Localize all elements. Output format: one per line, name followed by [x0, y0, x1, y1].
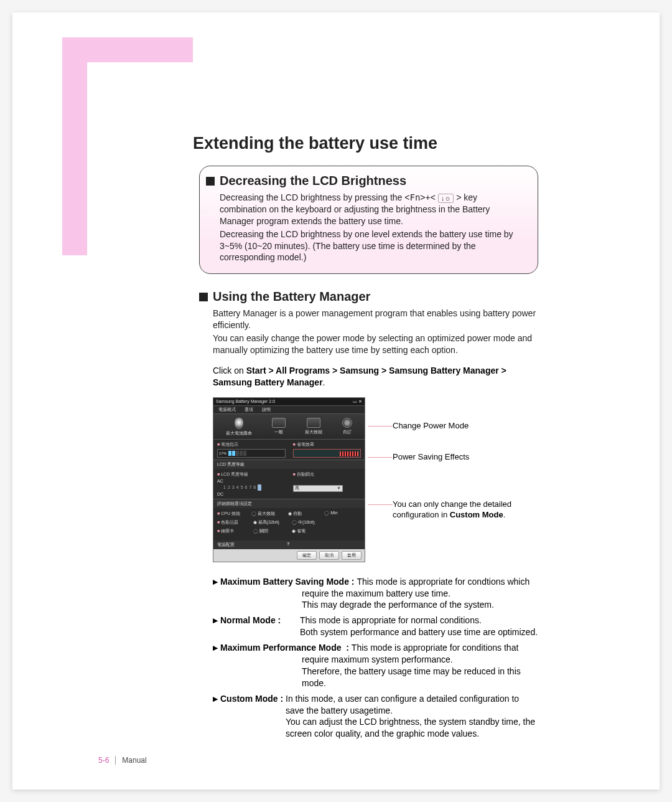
window-controls-icon: ▭ ✕ [353, 399, 362, 404]
lcd-body-text: Decreasing the LCD brightness by pressin… [220, 192, 526, 263]
triangle-bullet-icon: ▶ [213, 615, 218, 638]
mode-max-battery[interactable]: 最大電池壽命 [226, 418, 252, 436]
ac-label: AC [217, 479, 286, 483]
color-row: ■ 色彩品質 最高(32bit) 中(16bit) [217, 519, 361, 526]
cancel-button[interactable]: 取消 [319, 551, 339, 560]
lcd-section-header: LCD 亮度等級 [213, 460, 365, 469]
cpu-row: ■ CPU 效能 最大效能 自動 Min [217, 511, 361, 517]
tab-power-mode[interactable]: 電源模式 [218, 407, 236, 413]
shield-icon [235, 418, 243, 429]
mode-custom-desc: ▶ Custom Mode : In this mode, a user can… [213, 693, 538, 740]
lcd-heading-text: Decreasing the LCD Brightness [220, 174, 406, 188]
chevron-down-icon: ▼ [337, 486, 341, 490]
manual-page: Extending the battery use time Decreasin… [12, 12, 660, 790]
mode-custom[interactable]: 自訂 [342, 418, 352, 436]
mgr-p2: You can easily change the power mode by … [213, 333, 538, 356]
annot-custom-l1: You can only change the detailed [393, 499, 511, 509]
color-opt-32[interactable]: 最高(32bit) [253, 519, 292, 526]
indicator-row: ■ 電池指示 17% ■ 省電效果 [213, 440, 365, 460]
gfx-opt-save[interactable]: 省電 [292, 528, 330, 534]
battery-manager-section: Using the Battery Manager Battery Manage… [199, 290, 538, 740]
page-content: Extending the battery use time Decreasin… [193, 134, 538, 743]
footer-label: Manual [122, 756, 146, 765]
dropdown-value: 高 [295, 485, 299, 491]
annot-custom-l2b: . [503, 510, 506, 519]
laptop-bolt-icon [307, 418, 320, 428]
battery-meter: 17% [217, 449, 286, 458]
mode-normal-desc: ▶ Normal Mode : This mode is appropriate… [213, 615, 538, 638]
cpu-opt-auto[interactable]: 自動 [288, 511, 325, 517]
triangle-bullet-icon: ▶ [213, 576, 218, 611]
lcd-level-label: LCD 亮度等級 [221, 472, 248, 476]
mgr-section-heading: Using the Battery Manager [199, 290, 538, 304]
power-mode-row: 最大電池壽命 一般 最大效能 自訂 [213, 414, 365, 440]
ok-button[interactable]: 確定 [297, 551, 317, 560]
fn-key-text: Fn [409, 192, 420, 202]
cpu-opt-max[interactable]: 最大效能 [251, 511, 288, 517]
square-bullet-icon [206, 177, 215, 186]
decorative-border-left [62, 37, 87, 255]
annot-power-saving: Power Saving Effects [393, 452, 469, 461]
dc-label: DC [217, 492, 286, 496]
detail-settings-panel: 詳細節能選項設定 ■ CPU 效能 最大效能 自動 Min ■ 色彩品質 最高(… [213, 499, 365, 540]
detail-title: 詳細節能選項設定 [213, 499, 365, 508]
cpu-opt-min[interactable]: Min [324, 511, 361, 517]
laptop-icon [272, 418, 286, 428]
app-tabs: 電源模式 選項 說明 [213, 406, 365, 414]
triangle-bullet-icon: ▶ [213, 642, 218, 689]
auto-dim-dropdown[interactable]: 高 ▼ [293, 485, 343, 492]
mgr-instruction: Click on Start > All Programs > Samsung … [213, 365, 538, 389]
lcd-p1a: Decreasing the LCD brightness by pressin… [220, 192, 409, 202]
mgr-body-text: Battery Manager is a power management pr… [213, 308, 538, 356]
gfx-row: ■ 繪圖卡 關閉 省電 [217, 528, 361, 534]
gfx-opt-off[interactable]: 關閉 [253, 528, 292, 534]
slider-thumb-icon [258, 484, 261, 491]
power-saving-meter [293, 449, 362, 458]
lcd-brightness-callout: Decreasing the LCD Brightness Decreasing… [199, 166, 538, 274]
help-icon[interactable]: ? [287, 542, 289, 546]
instr-a: Click on [213, 366, 246, 375]
instr-b: Start > All Programs > Samsung > Samsung… [213, 366, 506, 387]
mode-max-battery-desc: ▶ Maximum Battery Saving Mode : This mod… [213, 576, 538, 611]
tab-help[interactable]: 說明 [262, 407, 271, 413]
mode-descriptions: ▶ Maximum Battery Saving Mode : This mod… [213, 576, 538, 740]
power-saving-label: 省電效果 [297, 442, 314, 446]
page-number: 5-6 [98, 756, 109, 765]
dialog-buttons: 確定 取消 套用 [213, 549, 365, 562]
mgr-heading-text: Using the Battery Manager [213, 290, 370, 304]
app-screenshot-block: Samsung Battery Manager 2.0 ▭ ✕ 電源模式 選項 … [213, 397, 538, 562]
annot-change-mode: Change Power Mode [393, 421, 469, 430]
battery-manager-window: Samsung Battery Manager 2.0 ▭ ✕ 電源模式 選項 … [213, 397, 365, 562]
annot-custom-bold: Custom Mode [450, 510, 503, 519]
brightness-down-key-icon: ↓☼ [438, 194, 454, 203]
mode-normal[interactable]: 一般 [272, 418, 286, 436]
gear-icon [342, 418, 352, 428]
instr-c: . [323, 377, 325, 387]
auto-dim-label: 自動調光 [297, 472, 314, 476]
mode-max-perf[interactable]: 最大效能 [305, 418, 322, 436]
lcd-p2: Decreasing the LCD brightness by one lev… [220, 229, 526, 264]
lcd-p1b: >+< [420, 192, 437, 202]
lcd-section-heading: Decreasing the LCD Brightness [206, 174, 526, 188]
brightness-slider[interactable]: 1 2 3 4 5 6 7 8 [223, 484, 286, 491]
mode-max-perf-desc: ▶ Maximum Performance Mode : This mode i… [213, 642, 538, 689]
power-config-bar: 電源配置 ? [213, 540, 365, 549]
page-footer: 5-6 Manual [98, 756, 147, 765]
screenshot-annotations: Change Power Mode Power Saving Effects Y… [380, 397, 536, 562]
apply-button[interactable]: 套用 [342, 551, 362, 560]
triangle-bullet-icon: ▶ [213, 693, 218, 740]
page-title: Extending the battery use time [193, 134, 538, 153]
tab-options[interactable]: 選項 [245, 407, 253, 413]
battery-percent: 17% [219, 451, 226, 455]
app-titlebar: Samsung Battery Manager 2.0 ▭ ✕ [213, 398, 365, 406]
mgr-p1: Battery Manager is a power management pr… [213, 308, 538, 331]
square-bullet-icon [199, 293, 208, 301]
footer-divider [115, 756, 116, 765]
annot-custom-l2a: configuration in [393, 510, 450, 519]
app-title-text: Samsung Battery Manager 2.0 [216, 399, 275, 404]
battery-indicator-label: 電池指示 [221, 442, 238, 446]
color-opt-16[interactable]: 中(16bit) [292, 519, 330, 526]
